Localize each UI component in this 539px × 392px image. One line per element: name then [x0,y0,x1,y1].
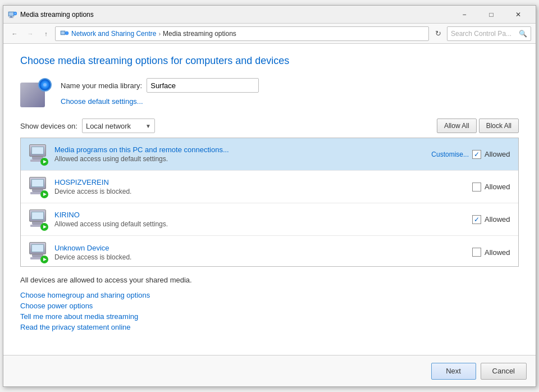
cancel-button[interactable]: Cancel [481,363,527,380]
up-button[interactable]: ↑ [39,27,53,40]
forward-button[interactable]: → [24,27,37,40]
maximize-button[interactable]: □ [478,6,504,24]
library-name-row: Name your media library: [61,78,259,93]
search-box[interactable]: Search Control Pa... 🔍 [447,26,531,41]
play-badge-icon [40,158,48,166]
library-section: Name your media library: Choose default … [20,78,519,107]
window-controls: − □ ✕ [451,6,531,24]
table-row: Unknown Device Device access is blocked.… [21,236,518,267]
device-status: Device access is blocked. [54,253,467,261]
device-info: Unknown Device Device access is blocked. [54,244,467,261]
path-segment-2: Media streaming options [163,30,236,38]
device-right: Allowed [472,215,513,224]
device-status: Allowed access using default settings. [54,155,426,163]
device-status: Device access is blocked. [54,188,467,195]
play-badge-icon [40,223,48,231]
address-path: Network and Sharing Centre › Media strea… [55,26,429,41]
library-form: Name your media library: Choose default … [61,78,259,106]
checkbox-wrap: Allowed [472,150,513,159]
path-segment-1: Network and Sharing Centre [71,30,156,38]
play-badge-icon [40,256,48,263]
table-row: Media programs on this PC and remote con… [21,138,518,171]
devices-header: Show devices on: Local network ▼ Allow A… [20,118,519,133]
allowed-label: Allowed [485,248,513,257]
device-name[interactable]: HOSPIZVEREIN [54,178,467,186]
device-info: HOSPIZVEREIN Device access is blocked. [54,178,467,195]
device-right: Customise... Allowed [431,150,513,159]
refresh-button[interactable]: ↻ [431,27,445,40]
device-icon [29,177,46,197]
media-library-icon [20,78,52,107]
content-area: Choose media streaming options for compu… [3,44,536,355]
device-icon-wrap [26,241,49,263]
allowed-label: Allowed [485,183,513,191]
show-devices-row: Show devices on: Local network ▼ [20,118,155,133]
device-icon-wrap [26,176,49,198]
table-row: HOSPIZVEREIN Device access is blocked. A… [21,171,518,203]
show-devices-label: Show devices on: [20,122,77,130]
device-icon [29,242,46,262]
allow-all-button[interactable]: Allow All [437,118,477,133]
default-settings-link[interactable]: Choose default settings... [61,97,259,106]
bottom-bar: Next Cancel [3,355,536,386]
footer-links: Choose homegroup and sharing options Cho… [20,291,519,331]
allowed-checkbox[interactable] [472,215,481,224]
main-window: Media streaming options − □ ✕ ← → ↑ Netw… [3,5,536,387]
power-options-link[interactable]: Choose power options [20,302,519,310]
allowed-checkbox[interactable] [472,150,481,159]
device-icon-wrap [26,143,49,166]
device-icon [29,209,46,230]
checkbox-wrap: Allowed [472,183,513,192]
path-separator: › [158,30,161,37]
play-badge-icon [40,190,48,198]
header-buttons: Allow All Block All [437,118,519,133]
library-label: Name your media library: [61,81,142,90]
svg-rect-7 [61,31,65,34]
device-right: Allowed [472,183,513,192]
library-name-input[interactable] [147,78,259,93]
device-name[interactable]: KIRINO [54,211,467,219]
device-info: Media programs on this PC and remote con… [54,145,426,163]
close-button[interactable]: ✕ [505,6,531,24]
allowed-label: Allowed [485,150,513,158]
allowed-label: Allowed [485,215,513,224]
privacy-link[interactable]: Read the privacy statement online [20,323,519,331]
block-all-button[interactable]: Block All [479,118,519,133]
title-bar: Media streaming options − □ ✕ [3,6,536,24]
svg-point-5 [15,13,16,14]
network-option: Local network [86,122,143,130]
search-placeholder: Search Control Pa... [451,30,517,38]
network-dropdown[interactable]: Local network ▼ [82,118,155,133]
svg-point-8 [65,31,68,35]
device-status: Allowed access using default settings. [54,220,467,228]
device-info: KIRINO Allowed access using default sett… [54,211,467,228]
footer-status: All devices are allowed to access your s… [20,276,519,284]
allowed-checkbox[interactable] [472,183,481,192]
device-right: Allowed [472,248,513,257]
window-icon [8,10,17,19]
dropdown-arrow-icon: ▼ [145,123,151,129]
address-bar: ← → ↑ Network and Sharing Centre › Media… [3,24,536,44]
svg-rect-1 [9,12,13,16]
homegroup-link[interactable]: Choose homegroup and sharing options [20,291,519,299]
customise-link[interactable]: Customise... [431,151,469,158]
table-row: KIRINO Allowed access using default sett… [21,203,518,236]
devices-list: Media programs on this PC and remote con… [20,138,519,267]
search-icon[interactable]: 🔍 [519,30,527,38]
page-title: Choose media streaming options for compu… [20,55,519,67]
media-streaming-link[interactable]: Tell me more about media streaming [20,312,519,321]
window-title: Media streaming options [20,11,451,19]
allowed-checkbox[interactable] [472,248,481,257]
device-icon-wrap [26,208,49,231]
minimize-button[interactable]: − [451,6,477,24]
checkbox-wrap: Allowed [472,215,513,224]
svg-rect-3 [9,17,13,18]
device-icon [29,144,46,165]
device-name[interactable]: Media programs on this PC and remote con… [54,145,426,154]
svg-rect-2 [10,16,12,17]
back-button[interactable]: ← [8,27,21,40]
checkbox-wrap: Allowed [472,248,513,257]
device-name[interactable]: Unknown Device [54,244,467,252]
devices-section: Show devices on: Local network ▼ Allow A… [20,118,519,267]
next-button[interactable]: Next [431,363,476,380]
